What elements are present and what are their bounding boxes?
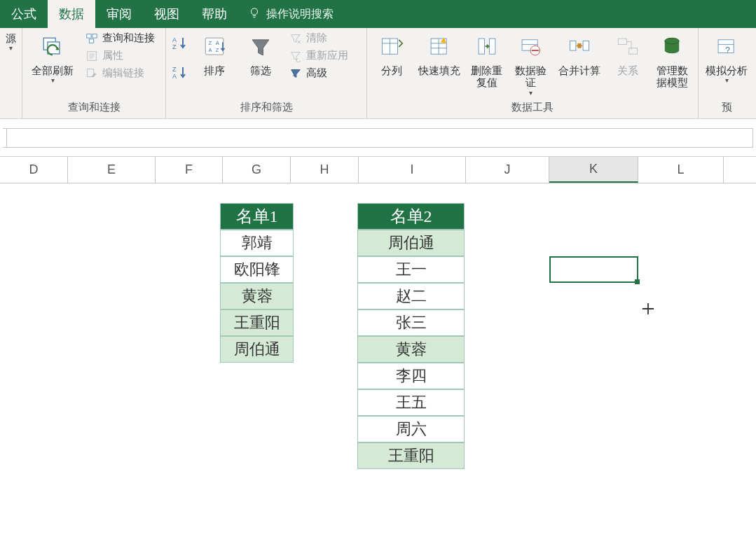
text-to-columns-button[interactable]: 分列: [373, 31, 411, 76]
bulb-icon: [248, 6, 261, 22]
svg-rect-38: [618, 39, 626, 45]
reapply-button: 重新应用: [287, 48, 351, 63]
cell[interactable]: 黄蓉: [220, 283, 294, 309]
tab-review[interactable]: 审阅: [95, 0, 143, 28]
relationships-button: 关系: [609, 31, 647, 76]
ribbon-group-data-tools: 分列 快速填充 删除重复值 数据验证 ▾ 合并计算 关系: [367, 28, 699, 118]
cell[interactable]: 王重阳: [220, 309, 294, 336]
sort-desc-button[interactable]: ZA: [172, 64, 188, 84]
cell[interactable]: 张三: [357, 309, 465, 336]
svg-text:A: A: [209, 47, 213, 53]
cell[interactable]: 名单1: [220, 203, 294, 230]
ribbon: 源 ▾ 全部刷新 ▾: [0, 28, 756, 119]
clear-icon: [289, 32, 302, 45]
column-header-D[interactable]: D: [0, 157, 68, 183]
column-header-row: DEFGHIJKL: [0, 157, 756, 183]
cell[interactable]: 王重阳: [357, 442, 465, 469]
column-header-H[interactable]: H: [291, 157, 359, 183]
ribbon-group-forecast: ? 模拟分析 ▾ 预: [699, 28, 755, 118]
tell-me-label: 操作说明搜索: [266, 7, 334, 22]
cell[interactable]: 欧阳锋: [220, 256, 294, 283]
tell-me-search[interactable]: 操作说明搜索: [238, 0, 343, 28]
column-header-I[interactable]: I: [359, 157, 466, 183]
svg-text:A: A: [172, 36, 177, 43]
advanced-icon: [289, 67, 302, 80]
consolidate-button[interactable]: 合并计算: [556, 31, 603, 76]
tab-data[interactable]: 数据: [48, 0, 95, 28]
svg-rect-3: [87, 34, 91, 37]
svg-text:A: A: [216, 40, 220, 46]
ribbon-group-data-tools-label: 数据工具: [373, 99, 692, 117]
svg-text:?: ?: [725, 46, 730, 55]
remove-duplicates-button[interactable]: 删除重复值: [469, 31, 505, 89]
sort-button[interactable]: ZAAZ 排序: [194, 31, 235, 76]
tab-help[interactable]: 帮助: [191, 0, 238, 28]
ribbon-group-query-label: 查询和连接: [28, 99, 160, 117]
cell[interactable]: 周伯通: [220, 336, 294, 363]
cell-cursor-icon: [642, 302, 654, 317]
properties-icon: [85, 50, 98, 62]
cell[interactable]: 黄蓉: [357, 336, 465, 363]
svg-rect-37: [578, 43, 582, 48]
cell[interactable]: 郭靖: [220, 230, 294, 256]
menu-bar: 公式 数据 审阅 视图 帮助 操作说明搜索: [0, 0, 756, 28]
advanced-filter-button[interactable]: 高级: [287, 66, 351, 81]
reapply-icon: [289, 50, 302, 62]
flash-fill-button[interactable]: 快速填充: [416, 31, 463, 76]
manage-data-model-button[interactable]: 管理数据模型: [652, 31, 692, 89]
properties-button: 属性: [83, 48, 158, 63]
svg-rect-36: [583, 41, 589, 51]
svg-text:Z: Z: [172, 66, 177, 73]
filter-button[interactable]: 筛选: [240, 31, 281, 76]
cell[interactable]: 名单2: [357, 203, 465, 230]
tab-view[interactable]: 视图: [143, 0, 191, 28]
ribbon-group-sort-filter-label: 排序和筛选: [172, 99, 361, 117]
queries-connections-button[interactable]: 查询和连接: [83, 31, 158, 46]
edit-links-button: 编辑链接: [83, 66, 158, 81]
column-header-K[interactable]: K: [549, 157, 638, 183]
svg-text:Z: Z: [172, 43, 177, 50]
cell[interactable]: 李四: [357, 363, 465, 389]
column-header-L[interactable]: L: [638, 157, 724, 183]
edit-links-icon: [85, 67, 98, 80]
sort-asc-button[interactable]: AZ: [172, 35, 188, 55]
svg-rect-29: [479, 39, 485, 54]
svg-point-0: [252, 8, 258, 15]
refresh-all-button[interactable]: 全部刷新 ▾: [28, 31, 77, 84]
svg-rect-4: [92, 34, 97, 37]
whatif-button[interactable]: ? 模拟分析 ▾: [704, 31, 749, 84]
svg-text:Z: Z: [209, 40, 212, 46]
svg-text:A: A: [172, 73, 177, 80]
column-header-G[interactable]: G: [223, 157, 291, 183]
fill-handle[interactable]: [635, 279, 640, 284]
cell-selection: [549, 256, 638, 283]
cell[interactable]: 赵二: [357, 283, 465, 309]
svg-rect-5: [89, 39, 93, 42]
clear-filter-button: 清除: [287, 31, 351, 46]
formula-bar: [0, 119, 756, 157]
ribbon-group-source: 源 ▾: [0, 28, 22, 118]
cell[interactable]: 王一: [357, 256, 465, 283]
svg-rect-30: [489, 39, 495, 54]
cell[interactable]: 周伯通: [357, 230, 465, 256]
svg-text:Z: Z: [216, 47, 219, 53]
svg-rect-39: [628, 48, 637, 55]
cell[interactable]: 周六: [357, 416, 465, 442]
queries-icon: [85, 32, 98, 45]
cell[interactable]: 王五: [357, 389, 465, 416]
tab-formula[interactable]: 公式: [0, 0, 48, 28]
ribbon-group-sort-filter: AZ ZA ZAAZ 排序 筛选 清: [166, 28, 367, 118]
data-validation-button[interactable]: 数据验证 ▾: [510, 31, 550, 97]
source-button[interactable]: 源 ▾: [3, 31, 20, 52]
svg-rect-35: [570, 41, 577, 51]
column-header-F[interactable]: F: [156, 157, 223, 183]
ribbon-group-forecast-label: 预: [704, 99, 749, 117]
formula-input[interactable]: [7, 128, 753, 148]
column-header-E[interactable]: E: [68, 157, 156, 183]
column-header-J[interactable]: J: [466, 157, 549, 183]
ribbon-group-query: 全部刷新 ▾ 查询和连接 属性: [22, 28, 166, 118]
